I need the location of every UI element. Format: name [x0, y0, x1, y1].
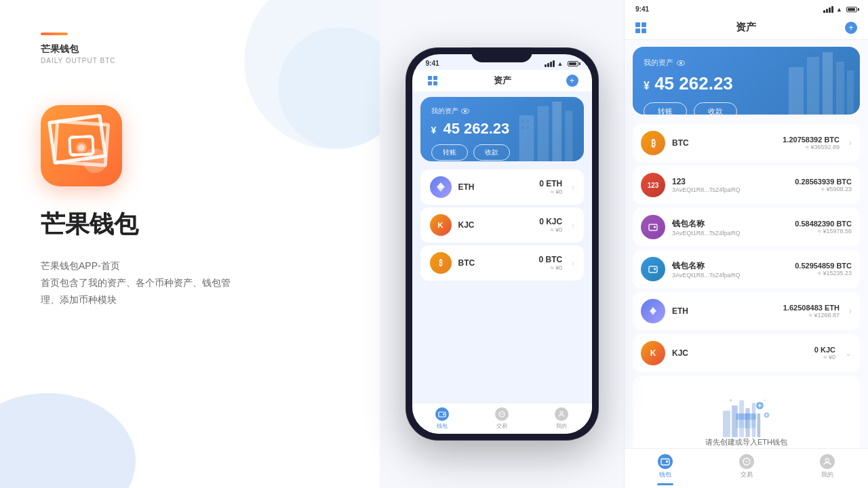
svg-rect-9 — [526, 120, 529, 123]
right-nav-title: 资产 — [736, 21, 756, 34]
chevron-right-icon: › — [572, 184, 574, 191]
status-right: ▲ — [545, 60, 578, 67]
app-icon — [41, 105, 122, 186]
right-nav: 资产 + — [625, 16, 868, 40]
right-chevron-icon: › — [849, 138, 852, 148]
nav-item-wallet[interactable]: 钱包 — [412, 407, 472, 430]
svg-rect-27 — [649, 266, 657, 272]
svg-rect-37 — [757, 413, 760, 437]
eth-icon — [430, 176, 452, 198]
svg-rect-20 — [789, 67, 804, 115]
right-nav-tx-label: 交易 — [741, 470, 753, 479]
chevron-right-icon: › — [572, 222, 574, 229]
profile-icon — [555, 407, 568, 421]
right-asset-card: 我的资产 ¥ 45 262.23 转账 收款 — [633, 47, 860, 115]
add-button[interactable]: + — [566, 75, 578, 87]
right-battery-icon — [846, 7, 857, 12]
svg-rect-32 — [723, 411, 730, 437]
right-coin-123[interactable]: 123 123 3AvEQt1R8...TsZ4fpaRQ 0.28563939… — [633, 166, 860, 204]
right-wifi-icon: ▲ — [836, 6, 842, 13]
right-kjc-icon: K — [641, 341, 665, 365]
right-eye-icon[interactable] — [677, 60, 685, 66]
accent-line — [41, 33, 68, 35]
nav-label-transactions: 交易 — [496, 422, 507, 430]
right-status-time: 9:41 — [635, 5, 649, 13]
coin-amount-kjc: 0 KJC ≈ ¥0 — [539, 217, 562, 233]
right-coin-wallet1[interactable]: 钱包名称 3AvEQt1R8...TsZ4fpaRQ 0.58482390 BT… — [633, 208, 860, 246]
coin-item-eth[interactable]: ETH 0 ETH ≈ ¥0 › — [420, 169, 584, 205]
svg-rect-50 — [666, 461, 668, 463]
svg-point-53 — [826, 459, 829, 462]
right-tx-icon — [739, 454, 754, 469]
svg-point-3 — [78, 144, 85, 151]
phone-notch — [471, 47, 532, 62]
transfer-button[interactable]: 转账 — [431, 144, 468, 161]
right-nav-wallet[interactable]: 钱包 — [625, 454, 706, 485]
kjc-icon: K — [430, 214, 452, 236]
svg-rect-28 — [654, 268, 656, 270]
phone-nav-bar: 资产 + — [412, 70, 592, 92]
right-transfer-button[interactable]: 转账 — [644, 102, 687, 115]
right-receive-button[interactable]: 收款 — [694, 102, 737, 115]
svg-point-19 — [560, 411, 563, 414]
right-nav-profile[interactable]: 我的 — [787, 454, 868, 485]
right-coin-btc[interactable]: ₿ BTC 1.20758392 BTC ≈ ¥36592.89 › — [633, 124, 860, 162]
signal-icon — [545, 60, 555, 67]
svg-rect-26 — [654, 226, 656, 228]
transactions-icon — [495, 407, 509, 421]
right-nav-tx[interactable]: 交易 — [706, 454, 787, 485]
coin-name-eth: ETH — [458, 182, 533, 192]
nav-item-profile[interactable]: 我的 — [532, 407, 591, 430]
svg-rect-49 — [661, 459, 669, 465]
coin-name-kjc: KJC — [458, 220, 533, 230]
app-name: 芒果钱包 — [41, 208, 339, 241]
svg-point-47 — [730, 399, 732, 401]
right-btc-name: BTC — [672, 138, 776, 148]
chevron-right-icon: › — [572, 260, 574, 267]
decorative-blob — [0, 393, 136, 488]
right-bottom-nav: 钱包 交易 我的 — [625, 448, 868, 488]
active-indicator — [657, 483, 673, 485]
right-signal-icon — [823, 6, 833, 13]
wifi-icon: ▲ — [557, 60, 564, 67]
right-panel: 9:41 ▲ 资产 + — [624, 0, 868, 488]
right-custom2-icon — [641, 215, 665, 239]
svg-rect-25 — [649, 224, 657, 230]
coin-list: ETH 0 ETH ≈ ¥0 › K KJC 0 KJC ≈ ¥0 — [412, 167, 592, 403]
right-coin-eth[interactable]: ETH 1.62508483 ETH ≈ ¥1268.87 › — [633, 292, 860, 330]
right-grid-icon[interactable] — [635, 22, 646, 33]
svg-point-48 — [764, 399, 766, 401]
asset-card-label: 我的资产 — [431, 106, 573, 116]
coin-item-kjc[interactable]: K KJC 0 KJC ≈ ¥0 › — [420, 207, 584, 243]
right-kjc-chevron: ⌄ — [845, 348, 852, 358]
nav-item-transactions[interactable]: 交易 — [472, 407, 532, 430]
empty-state: 请先创建或导入ETH钱包 创建 导入 — [633, 376, 860, 448]
phone-bottom-nav: 钱包 交易 我的 — [412, 403, 592, 434]
battery-icon — [568, 61, 578, 66]
empty-illustration — [719, 390, 774, 437]
wallet-icon — [435, 407, 449, 421]
receive-button[interactable]: 收款 — [473, 144, 510, 161]
coin-item-btc[interactable]: ₿ BTC 0 BTC ≈ ¥0 › — [420, 245, 584, 281]
nav-label-profile: 我的 — [556, 422, 567, 430]
svg-rect-16 — [443, 413, 445, 415]
grid-icon[interactable] — [426, 74, 439, 87]
phone-mockup: 9:41 ▲ — [380, 0, 624, 488]
right-nav-profile-label: 我的 — [821, 470, 833, 479]
right-custom3-icon — [641, 257, 665, 281]
coin-amount-eth: 0 ETH ≈ ¥0 — [539, 179, 562, 195]
svg-rect-8 — [521, 120, 524, 123]
svg-rect-11 — [526, 126, 529, 129]
svg-rect-7 — [565, 110, 572, 161]
right-add-button[interactable]: + — [845, 22, 857, 34]
right-coin-kjc[interactable]: K KJC 0 KJC ≈ ¥0 ⌄ — [633, 334, 860, 372]
coin-name-btc: BTC — [458, 258, 532, 268]
right-status-bar: 9:41 ▲ — [625, 0, 868, 16]
right-eth-chevron: › — [849, 306, 852, 316]
coin-amount-btc: 0 BTC ≈ ¥0 — [538, 255, 562, 271]
right-coin-wallet2[interactable]: 钱包名称 3AvEQt1R8...TsZ4fpaRQ 0.52954859 BT… — [633, 250, 860, 288]
btc-icon: ₿ — [430, 252, 452, 274]
right-profile-icon — [820, 454, 835, 469]
right-eth-icon — [641, 299, 665, 323]
eye-icon[interactable] — [461, 108, 469, 114]
